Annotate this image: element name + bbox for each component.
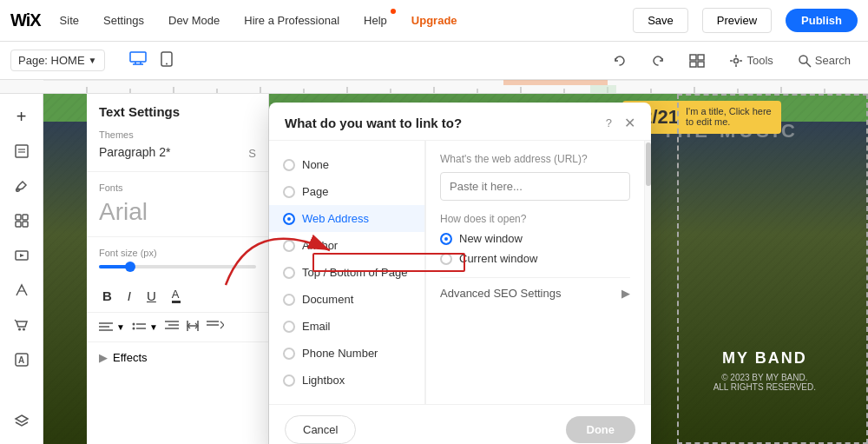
svg-line-16 [806,63,811,67]
search-button[interactable]: Search [791,50,858,71]
page-selector[interactable]: Page: HOME ▼ [10,50,105,71]
multiselect-icon[interactable] [682,50,712,71]
radio-none [283,159,295,171]
link-label-page: Page [302,185,328,198]
store-icon[interactable] [6,309,37,341]
link-option-document[interactable]: Document [269,286,424,313]
mobile-icon[interactable] [157,48,176,73]
link-option-web-address[interactable]: Web Address [269,205,424,232]
svg-rect-36 [503,80,608,85]
apps-icon[interactable] [6,205,37,236]
svg-point-60 [132,327,135,329]
blog-icon[interactable]: A [6,344,37,375]
font-name-display: Arial [99,198,256,226]
done-button[interactable]: Done [566,416,636,443]
dialog-footer: Cancel Done [269,404,651,444]
svg-rect-44 [16,222,21,227]
url-input[interactable] [440,172,630,201]
preview-button[interactable]: Preview [702,8,772,33]
text-settings-panel: Text Settings Themes Paragraph 2* S Font… [87,94,269,444]
dialog-close-button[interactable]: ✕ [624,115,635,131]
cancel-button[interactable]: Cancel [285,415,356,444]
dialog-help-icon[interactable]: ? [606,116,612,129]
canvas-yellow-text: I'm a title, Click here to edit me. [686,106,773,127]
undo-button[interactable] [606,50,634,71]
dialog-title: What do you want to link to? [285,116,462,130]
link-option-email[interactable]: Email [269,313,424,340]
link-label-lightbox: Lightbox [302,374,345,387]
svg-rect-8 [690,62,696,67]
font-size-label: Font size (px) [99,248,256,258]
redo-button[interactable] [644,50,672,71]
radio-top-bottom [283,267,295,279]
second-toolbar: Page: HOME ▼ Tools Search [0,42,868,80]
link-option-phone[interactable]: Phone Number [269,340,424,367]
link-option-lightbox[interactable]: Lightbox [269,367,424,394]
link-label-document: Document [302,293,353,306]
nav-site[interactable]: Site [55,10,84,30]
link-option-anchor[interactable]: Anchor [269,232,424,259]
save-button[interactable]: Save [633,8,688,33]
open-current-window-label: Current window [459,252,537,265]
effects-row[interactable]: ▶ Effects [87,341,268,373]
themes-sub: S [248,147,256,160]
svg-point-10 [734,58,739,63]
nav-settings[interactable]: Settings [98,10,149,30]
paragraph-label: Paragraph 2* [99,145,171,159]
indent-button[interactable] [165,320,179,335]
url-label: What's the web address (URL)? [440,153,630,165]
open-current-window[interactable]: Current window [440,252,630,265]
radio-anchor [283,240,295,252]
chevron-down-icon: ▼ [89,56,97,65]
text-color-button[interactable]: A [168,286,184,305]
link-options-list: None Page Web Address Anchor [269,141,425,404]
fonts-label: Fonts [99,182,256,193]
nav-upgrade[interactable]: Upgrade [406,10,463,30]
open-new-window[interactable]: New window [440,232,630,245]
svg-marker-54 [16,415,28,422]
desktop-icon[interactable] [126,48,150,73]
link-option-top-bottom[interactable]: Top / Bottom of Page [269,259,424,286]
pages-icon[interactable] [6,136,37,167]
bold-button[interactable]: B [99,287,115,305]
add-elements-icon[interactable]: + [6,101,37,132]
tools-button[interactable]: Tools [722,50,779,71]
text-spacing-button[interactable] [186,320,200,335]
link-option-none[interactable]: None [269,151,424,178]
link-label-none: None [302,158,329,171]
radio-lightbox [283,374,295,387]
svg-rect-6 [690,55,696,60]
italic-button[interactable]: I [124,287,135,305]
advanced-seo-row[interactable]: Advanced SEO Settings ▶ [440,277,630,308]
nav-hire[interactable]: Hire a Professional [239,10,345,30]
svg-point-15 [799,56,807,63]
nav-devmode[interactable]: Dev Mode [163,10,225,30]
svg-rect-7 [698,55,704,60]
link-label-email: Email [302,320,331,333]
advanced-seo-chevron: ▶ [621,287,630,300]
nav-help[interactable]: Help [358,10,392,30]
dialog-scrollbar [644,141,651,404]
layers-icon[interactable] [6,406,37,437]
link-option-page[interactable]: Page [269,178,424,205]
effects-chevron: ▶ [99,351,108,364]
svg-marker-47 [20,254,24,257]
radio-web-address [283,213,295,225]
radio-page [283,186,295,198]
publish-button[interactable]: Publish [786,9,858,32]
more-options-button[interactable] [207,320,224,335]
svg-rect-9 [698,62,704,67]
list-style-dropdown[interactable]: ▼ [132,321,158,334]
media-icon[interactable] [6,240,37,271]
font-size-slider[interactable] [99,265,256,268]
svg-rect-45 [23,222,28,227]
vector-icon[interactable] [6,275,37,306]
paint-icon[interactable] [6,170,37,202]
svg-point-50 [23,328,25,331]
underline-button[interactable]: U [143,287,160,305]
text-align-dropdown[interactable]: ▼ [99,321,125,334]
link-dialog: What do you want to link to? ? ✕ None Pa… [269,103,651,444]
svg-line-51 [15,320,16,321]
canvas-area: SUNDAY, JUNE 25TH, 22:00H THE MUSIC 12/2… [43,94,868,444]
svg-line-70 [220,321,224,325]
